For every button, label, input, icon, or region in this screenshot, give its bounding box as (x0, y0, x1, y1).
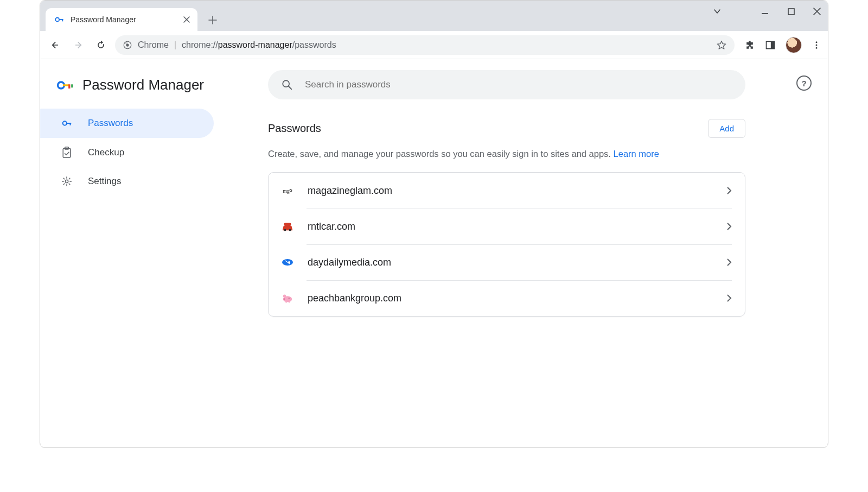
sidebar-item-settings[interactable]: Settings (40, 167, 214, 195)
site-favicon (282, 256, 293, 268)
svg-point-33 (289, 298, 290, 299)
sidebar-item-label: Passwords (88, 118, 133, 129)
site-favicon (282, 292, 293, 304)
chevron-right-icon (726, 223, 732, 230)
sidebar-item-label: Settings (88, 176, 121, 187)
sidebar-nav: Passwords Checkup Settings (40, 109, 268, 195)
key-icon (53, 14, 65, 26)
svg-rect-18 (70, 123, 71, 125)
site-domain: rntlcar.com (308, 221, 712, 232)
svg-rect-15 (71, 84, 73, 87)
window-maximize-icon[interactable] (783, 4, 799, 19)
svg-rect-31 (285, 301, 287, 303)
svg-rect-4 (788, 9, 794, 15)
menu-icon[interactable] (812, 40, 821, 50)
bookmark-star-icon[interactable] (716, 40, 727, 51)
omnibox-separator: | (174, 40, 176, 50)
section-subtitle: Create, save, and manage your passwords … (268, 149, 745, 159)
gear-icon (61, 176, 73, 187)
search-input[interactable] (305, 79, 732, 90)
app-logo-icon (56, 79, 75, 92)
nav-back-button[interactable] (47, 36, 64, 54)
password-list: mg✿ magazineglam.com rntlcar.com daydail… (268, 172, 745, 317)
app-brand: Password Manager (40, 70, 268, 109)
address-bar[interactable]: Chrome | chrome://password-manager/passw… (115, 35, 735, 55)
svg-point-29 (283, 295, 286, 298)
svg-point-16 (63, 121, 67, 125)
checkup-icon (61, 147, 73, 159)
password-row[interactable]: rntlcar.com (269, 209, 745, 244)
nav-forward-button[interactable] (69, 36, 87, 54)
window-minimize-icon[interactable] (757, 4, 773, 19)
tab-title: Password Manager (71, 15, 178, 24)
omnibox-url: chrome://password-manager/passwords (182, 40, 336, 50)
site-domain: peachbankgroup.com (308, 293, 712, 304)
svg-rect-32 (289, 301, 290, 303)
key-icon (61, 117, 73, 129)
sidebar-item-label: Checkup (88, 147, 124, 158)
svg-point-27 (288, 261, 290, 263)
sidebar-item-passwords[interactable]: Passwords (40, 109, 214, 138)
sidepanel-icon[interactable] (765, 40, 776, 51)
extensions-icon[interactable] (744, 40, 755, 51)
tab-dropdown-icon[interactable] (710, 4, 725, 19)
svg-point-25 (289, 229, 291, 231)
window-controls (710, 4, 825, 19)
help-icon[interactable]: ? (796, 75, 812, 91)
chevron-right-icon (726, 294, 732, 302)
svg-point-9 (816, 41, 818, 43)
search-bar[interactable] (268, 70, 745, 99)
site-favicon (282, 220, 293, 232)
svg-point-21 (65, 180, 68, 182)
svg-rect-23 (284, 223, 291, 226)
svg-rect-13 (63, 84, 69, 86)
site-domain: magazineglam.com (308, 185, 712, 197)
svg-rect-3 (762, 13, 768, 14)
site-favicon: mg✿ (282, 185, 293, 197)
svg-rect-14 (68, 84, 70, 89)
svg-point-0 (55, 18, 59, 22)
tab-close-icon[interactable] (183, 16, 190, 23)
profile-avatar[interactable] (786, 37, 802, 53)
svg-rect-8 (771, 41, 775, 48)
new-tab-button[interactable] (203, 10, 222, 30)
password-row[interactable]: peachbankgroup.com (269, 280, 745, 316)
add-password-button[interactable]: Add (708, 119, 745, 138)
app-title: Password Manager (82, 77, 204, 93)
learn-more-link[interactable]: Learn more (614, 149, 659, 159)
sidebar-item-checkup[interactable]: Checkup (40, 138, 214, 167)
window-close-icon[interactable] (809, 4, 825, 19)
section-title: Passwords (268, 122, 321, 135)
site-info-icon (123, 40, 132, 50)
browser-tab[interactable]: Password Manager (46, 8, 197, 31)
browser-toolbar: Chrome | chrome://password-manager/passw… (40, 31, 828, 59)
svg-point-10 (816, 44, 818, 46)
site-domain: daydailymedia.com (308, 257, 712, 268)
omnibox-label: Chrome (138, 40, 169, 50)
svg-rect-19 (63, 148, 71, 157)
svg-point-24 (284, 229, 286, 231)
svg-rect-30 (284, 298, 285, 300)
password-row[interactable]: mg✿ magazineglam.com (269, 173, 745, 209)
chevron-right-icon (726, 187, 732, 194)
nav-reload-button[interactable] (92, 36, 110, 54)
search-icon (281, 79, 293, 91)
svg-rect-2 (62, 19, 63, 21)
password-row[interactable]: daydailymedia.com (269, 244, 745, 280)
chevron-right-icon (726, 258, 732, 266)
titlebar: Password Manager (40, 1, 828, 31)
svg-point-11 (816, 47, 818, 48)
